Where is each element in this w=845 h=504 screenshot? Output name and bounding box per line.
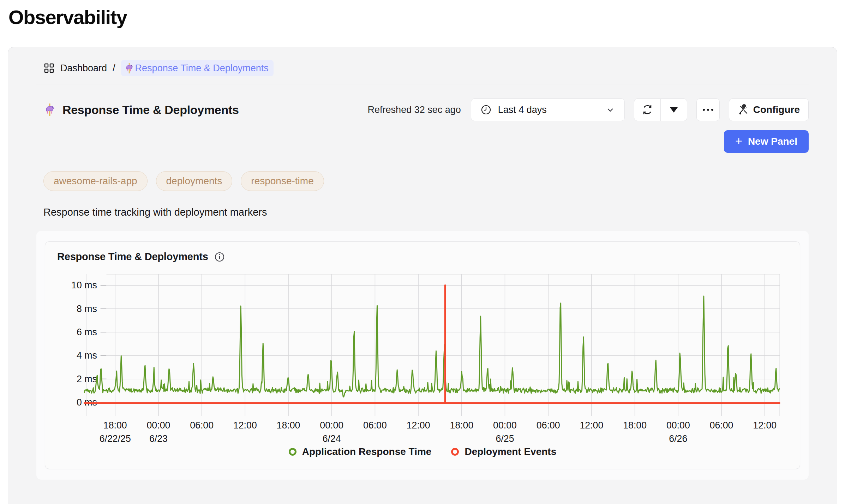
chart-panel[interactable]: Response Time & Deployments 0 ms2 ms4 ms… (45, 241, 800, 469)
legend-label: Deployment Events (465, 446, 556, 457)
tags-row: awesome-rails-app deployments response-t… (36, 153, 809, 191)
dashboard-grid-icon[interactable] (43, 62, 55, 74)
configure-button[interactable]: Configure (729, 98, 809, 121)
tag-deployments[interactable]: deployments (156, 171, 233, 191)
svg-text:06:00: 06:00 (190, 420, 214, 431)
svg-text:00:00: 00:00 (147, 420, 170, 431)
plus-icon: + (735, 135, 742, 147)
tag-response-time[interactable]: response-time (241, 171, 324, 191)
svg-text:18:00: 18:00 (277, 420, 300, 431)
breadcrumb-current-chip[interactable]: Response Time & Deployments (121, 60, 274, 76)
clock-icon (480, 104, 492, 115)
legend-marker-green (289, 448, 296, 456)
svg-text:6/22/25: 6/22/25 (100, 433, 131, 444)
legend-marker-red (451, 448, 459, 456)
dashboard-title: Response Time & Deployments (62, 103, 239, 117)
svg-text:00:00: 00:00 (320, 420, 343, 431)
carousel-horse-icon (124, 62, 134, 74)
svg-text:12:00: 12:00 (233, 420, 257, 431)
svg-text:12:00: 12:00 (407, 420, 430, 431)
refresh-button[interactable] (634, 99, 660, 121)
new-panel-button[interactable]: + New Panel (724, 130, 809, 153)
chevron-down-icon (605, 105, 615, 115)
panel-header: Response Time & Deployments Refreshed 32… (36, 84, 809, 121)
breadcrumb: Dashboard / Response Time & Deployments (36, 47, 809, 84)
svg-text:6/25: 6/25 (496, 433, 514, 444)
svg-text:6/24: 6/24 (323, 433, 341, 444)
legend-application-response-time[interactable]: Application Response Time (289, 446, 432, 457)
more-options-button[interactable] (696, 98, 720, 121)
new-panel-label: New Panel (748, 136, 797, 147)
carousel-horse-icon (43, 103, 56, 117)
svg-text:6/23: 6/23 (149, 433, 168, 444)
svg-text:00:00: 00:00 (493, 420, 517, 431)
breadcrumb-separator: / (113, 63, 115, 74)
legend-deployment-events[interactable]: Deployment Events (451, 446, 556, 457)
response-time-chart[interactable]: 0 ms2 ms4 ms6 ms8 ms10 ms18:006/22/2500:… (56, 268, 789, 445)
refresh-split-button (634, 98, 687, 121)
svg-text:18:00: 18:00 (103, 420, 127, 431)
svg-text:6/26: 6/26 (669, 433, 687, 444)
chart-legend: Application Response Time Deployment Eve… (56, 445, 789, 462)
svg-text:06:00: 06:00 (537, 420, 560, 431)
svg-text:18:00: 18:00 (450, 420, 473, 431)
svg-text:6 ms: 6 ms (77, 327, 97, 337)
configure-label: Configure (753, 104, 800, 115)
time-range-value: Last 4 days (498, 104, 547, 115)
legend-label: Application Response Time (302, 446, 432, 457)
dashboard-card: Dashboard / Response Time & Deployments (8, 47, 837, 504)
svg-text:10 ms: 10 ms (71, 280, 97, 290)
svg-text:2 ms: 2 ms (77, 374, 97, 384)
breadcrumb-current-label: Response Time & Deployments (135, 63, 269, 74)
dashboard-description: Response time tracking with deployment m… (36, 191, 809, 218)
ellipsis-icon (703, 109, 713, 111)
panel-grid: Response Time & Deployments 0 ms2 ms4 ms… (36, 231, 809, 480)
svg-text:06:00: 06:00 (710, 420, 733, 431)
caret-down-icon (670, 107, 678, 113)
svg-text:12:00: 12:00 (753, 420, 777, 431)
chart-title: Response Time & Deployments (57, 251, 208, 263)
svg-text:12:00: 12:00 (580, 420, 604, 431)
refresh-interval-button[interactable] (661, 99, 687, 121)
info-icon[interactable] (214, 251, 225, 263)
tools-icon (738, 104, 749, 115)
svg-text:06:00: 06:00 (363, 420, 387, 431)
svg-text:4 ms: 4 ms (77, 350, 97, 361)
time-range-select[interactable]: Last 4 days (471, 98, 625, 121)
svg-text:8 ms: 8 ms (77, 304, 97, 314)
breadcrumb-dashboard-link[interactable]: Dashboard (60, 63, 107, 74)
page-title: Observability (8, 6, 845, 29)
svg-text:18:00: 18:00 (623, 420, 647, 431)
refresh-icon (641, 104, 653, 116)
tag-awesome-rails-app[interactable]: awesome-rails-app (43, 171, 148, 191)
refreshed-status: Refreshed 32 sec ago (368, 104, 461, 115)
svg-text:00:00: 00:00 (666, 420, 690, 431)
